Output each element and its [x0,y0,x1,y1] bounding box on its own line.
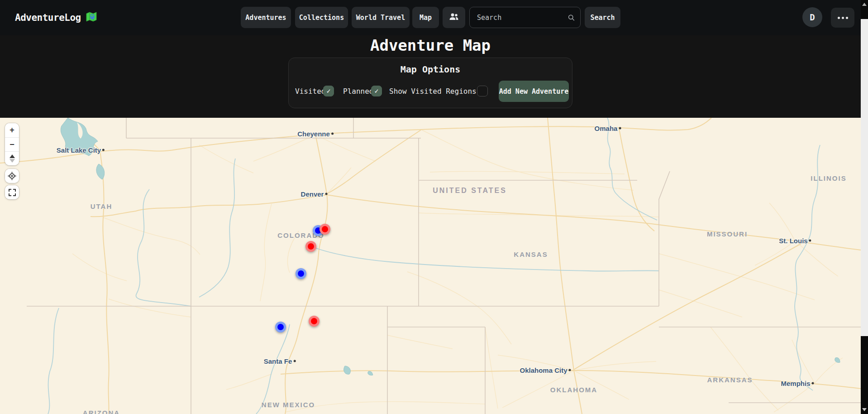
city-label: Omaha [595,125,621,132]
zoom-in-button[interactable]: + [5,123,19,137]
add-adventure-button[interactable]: Add New Adventure [499,81,569,102]
city-name: Cheyenne [297,130,330,138]
fullscreen-control [5,185,19,199]
adventure-map[interactable]: UNITED STATESUTAHCOLORADOKANSASMISSOURII… [0,118,861,414]
state-label: OKLAHOMA [550,386,597,394]
visited-checkbox[interactable]: ✓ [323,86,334,96]
city-label: Santa Fe [264,357,296,365]
scroll-up-arrow-icon[interactable] [862,3,867,6]
state-label: ARIZONA [83,409,120,414]
city-name: Memphis [781,380,810,387]
adventure-marker-planned[interactable] [275,322,286,332]
nav-map[interactable]: Map [412,7,439,28]
search-input[interactable] [470,14,568,22]
city-label: Cheyenne [297,130,334,138]
city-dot [809,240,811,242]
geolocate-icon[interactable] [5,169,19,183]
city-name: Denver [301,190,324,198]
state-label: NEW MEXICO [262,401,315,409]
adventure-marker-planned[interactable] [296,268,306,279]
map-options-title: Map Options [289,64,572,75]
page-scrollbar[interactable] [861,0,868,414]
city-dot [569,369,571,371]
city-dot [331,133,334,135]
scroll-down-arrow-icon[interactable] [862,408,867,411]
nav-world-travel[interactable]: World Travel [352,7,410,28]
city-name: Omaha [595,125,618,132]
map-canvas [0,118,861,414]
zoom-out-button[interactable]: − [5,137,19,151]
planned-checkbox[interactable]: ✓ [371,86,382,96]
geolocate-control [5,169,19,183]
search-box [469,7,581,28]
search-icon [568,14,575,22]
planned-label: Planned [343,87,373,96]
nav-adventures[interactable]: Adventures [241,7,291,28]
city-dot [102,149,105,151]
dot [846,17,848,19]
users-icon [449,13,459,23]
state-label: KANSAS [514,250,548,258]
zoom-controls: + − [5,123,19,165]
adventure-marker-visited[interactable] [320,224,330,235]
visited-label: Visited [295,87,325,96]
city-dot [619,127,621,130]
state-label: ARKANSAS [707,376,753,384]
dot [838,17,840,19]
city-name: Salt Lake City [57,146,101,154]
city-label: St. Louis [779,237,811,245]
map-options-card: Map Options Visited ✓ Planned ✓ Show Vis… [288,58,572,108]
brand[interactable]: AdventureLog [15,0,97,35]
country-label: UNITED STATES [433,187,507,195]
world-map-logo-icon [86,11,97,24]
show-regions-checkbox[interactable] [477,86,488,96]
city-label: Memphis [781,380,814,387]
city-name: Oklahoma City [520,366,567,374]
navbar: AdventureLog Adventures Collections Worl… [0,0,868,35]
city-label: Salt Lake City [57,146,105,154]
state-label: UTAH [91,202,113,210]
avatar[interactable]: D [802,7,822,27]
dot [842,17,844,19]
city-name: St. Louis [779,237,807,245]
page-title: Adventure Map [0,36,861,54]
city-dot [293,360,296,362]
city-name: Santa Fe [264,357,292,365]
show-regions-label: Show Visited Regions [389,87,477,96]
state-label: ILLINOIS [811,174,846,182]
more-menu-button[interactable] [831,8,854,28]
nav-collections[interactable]: Collections [295,7,348,28]
city-label: Oklahoma City [520,366,571,374]
fullscreen-icon[interactable] [5,185,19,199]
nav-friends-button[interactable] [443,7,465,28]
adventure-marker-visited[interactable] [305,241,316,252]
city-dot [812,382,814,385]
adventure-marker-visited[interactable] [309,316,320,327]
city-dot [325,193,327,195]
state-label: MISSOURI [707,230,748,238]
scrollbar-thumb[interactable] [861,19,868,336]
compass-icon[interactable] [5,151,19,165]
search-button[interactable]: Search [585,7,620,28]
brand-name: AdventureLog [15,12,81,23]
city-label: Denver [301,190,328,198]
